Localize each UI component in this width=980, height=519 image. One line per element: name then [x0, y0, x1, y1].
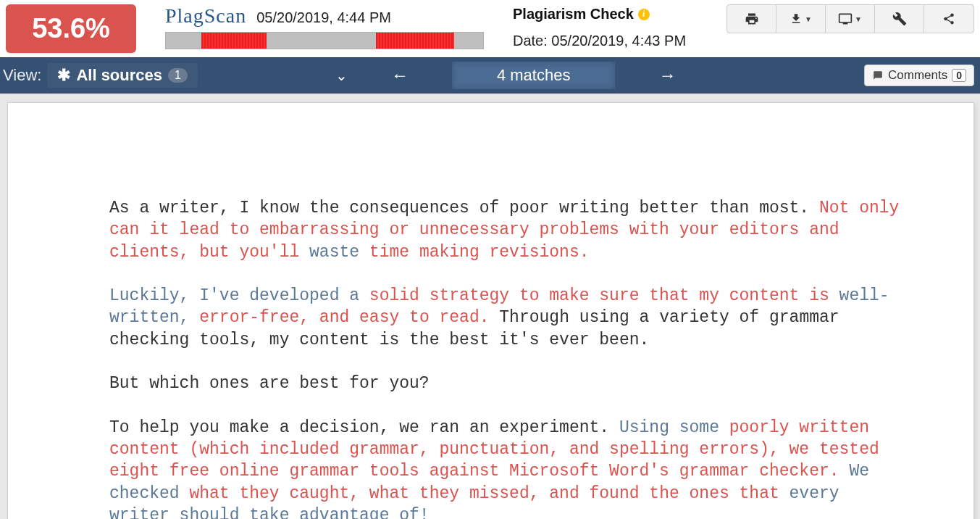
comments-button[interactable]: Comments 0	[864, 65, 974, 86]
paragraph: As a writer, I know the consequences of …	[109, 197, 908, 263]
caret-down-icon: ▼	[805, 15, 812, 23]
view-navbar: View: ✱ All sources 1 ⌄ ← 4 matches → Co…	[0, 57, 980, 94]
plagiarism-percent-badge: 53.6%	[6, 4, 136, 53]
caret-down-icon: ▼	[855, 15, 862, 23]
plagscan-logo: PlagScan	[165, 4, 246, 28]
settings-button[interactable]	[875, 5, 924, 33]
sources-count-badge: 1	[168, 68, 188, 83]
text-plain: As a writer, I know the consequences of …	[109, 199, 819, 217]
action-toolbar: ▼ ▼	[726, 4, 974, 33]
prev-match-button[interactable]: ←	[391, 65, 409, 86]
all-sources-toggle[interactable]: ✱ All sources 1	[47, 63, 198, 88]
scan-timestamp: 05/20/2019, 4:44 PM	[256, 9, 391, 26]
print-icon	[745, 12, 759, 26]
text-plagiarism-match[interactable]: error-free, and easy to read.	[199, 308, 499, 327]
paragraph: But which ones are best for you?	[109, 373, 908, 394]
display-button[interactable]: ▼	[826, 5, 875, 33]
text-plagiarism-match[interactable]: solid strategy to make sure that my cont…	[369, 286, 839, 305]
comment-icon	[872, 70, 884, 80]
header-bar: 53.6% PlagScan 05/20/2019, 4:44 PM Plagi…	[0, 0, 980, 57]
comments-label: Comments	[888, 68, 947, 83]
text-plain: But which ones are best for you?	[109, 374, 430, 393]
match-segment	[376, 33, 454, 49]
view-label: View:	[3, 66, 41, 85]
text-partial-match[interactable]: Luckily, I've developed a	[109, 286, 369, 305]
matches-indicator[interactable]: 4 matches	[452, 62, 616, 89]
share-button[interactable]	[924, 5, 973, 33]
report-title: Plagiarism Check i	[513, 6, 686, 22]
print-button[interactable]	[727, 5, 776, 33]
branding-column: PlagScan 05/20/2019, 4:44 PM	[165, 4, 484, 49]
share-icon	[942, 12, 955, 25]
dropdown-caret-icon[interactable]: ⌄	[335, 67, 348, 84]
text-plagiarism-match[interactable]: time making revisions.	[359, 243, 589, 262]
asterisk-icon: ✱	[57, 66, 70, 85]
text-plain: To help you make a decision, we ran an e…	[109, 418, 619, 437]
download-button[interactable]: ▼	[776, 5, 826, 33]
download-icon	[790, 12, 803, 25]
next-match-button[interactable]: →	[658, 65, 676, 86]
sources-label: All sources	[76, 66, 162, 85]
text-partial-match[interactable]: waste	[309, 243, 359, 262]
report-title-text: Plagiarism Check	[513, 6, 634, 22]
paragraph: To help you make a decision, we ran an e…	[109, 417, 908, 519]
match-density-bar[interactable]	[165, 32, 484, 49]
comments-count: 0	[952, 69, 966, 82]
text-plagiarism-match[interactable]: what they caught, what they missed, and …	[189, 484, 789, 503]
monitor-icon	[838, 12, 853, 26]
match-navigator: ⌄ ← 4 matches →	[335, 62, 677, 89]
text-partial-match[interactable]: Using some	[619, 418, 729, 437]
document-area: As a writer, I know the consequences of …	[0, 94, 980, 519]
paragraph: Luckily, I've developed a solid strategy…	[109, 285, 908, 351]
report-date: Date: 05/20/2019, 4:43 PM	[513, 33, 686, 49]
report-info-column: Plagiarism Check i Date: 05/20/2019, 4:4…	[513, 4, 686, 49]
match-segment	[201, 33, 267, 49]
info-icon[interactable]: i	[638, 9, 650, 20]
document-page: As a writer, I know the consequences of …	[7, 102, 974, 519]
wrench-icon	[892, 12, 907, 26]
